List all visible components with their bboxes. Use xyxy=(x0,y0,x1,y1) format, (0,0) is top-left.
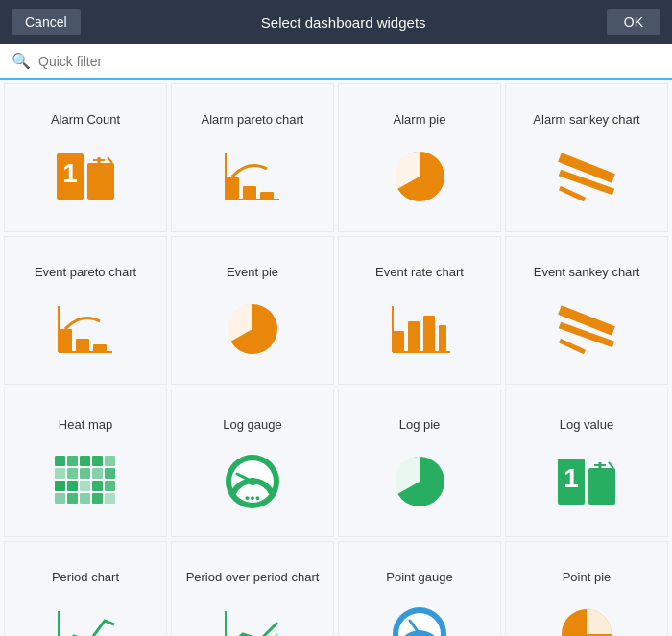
svg-rect-31 xyxy=(80,468,90,479)
widget-cell-log-gauge[interactable]: Log gauge ●●● xyxy=(171,389,334,537)
widget-icon-alarm-pie xyxy=(385,142,454,211)
svg-rect-20 xyxy=(423,316,435,352)
widget-icon-log-gauge: ●●● xyxy=(218,447,287,516)
svg-rect-13 xyxy=(76,339,89,352)
widget-label-point-gauge: Point gauge xyxy=(386,555,452,586)
svg-rect-30 xyxy=(67,468,78,479)
widget-label-heat-map: Heat map xyxy=(59,403,112,434)
widget-icon-alarm-sankey xyxy=(552,142,621,211)
widget-cell-event-sankey[interactable]: Event sankey chart xyxy=(505,236,668,385)
svg-rect-33 xyxy=(105,468,115,479)
svg-rect-52 xyxy=(588,468,615,505)
svg-rect-34 xyxy=(55,481,65,491)
widget-icon-period-over-period xyxy=(218,600,287,636)
widget-cell-point-pie[interactable]: Point pie xyxy=(505,541,668,636)
widget-icon-point-gauge xyxy=(385,600,454,636)
widget-cell-point-gauge[interactable]: Point gauge xyxy=(338,541,501,636)
dialog: Cancel Select dashboard widgets OK 🔍 Ala… xyxy=(0,0,672,636)
widget-label-alarm-sankey: Alarm sankey chart xyxy=(533,98,639,129)
widget-cell-heat-map[interactable]: Heat map xyxy=(4,389,167,537)
widget-cell-log-value[interactable]: Log value 1 xyxy=(505,389,668,537)
svg-rect-29 xyxy=(55,468,65,479)
widget-label-period-chart: Period chart xyxy=(52,555,119,586)
ok-button[interactable]: OK xyxy=(607,9,660,35)
widget-label-event-rate: Event rate chart xyxy=(375,250,464,281)
widget-cell-alarm-sankey[interactable]: Alarm sankey chart xyxy=(505,83,668,232)
svg-rect-18 xyxy=(393,331,404,352)
svg-rect-40 xyxy=(67,493,78,504)
svg-line-55 xyxy=(609,462,613,468)
svg-rect-8 xyxy=(260,192,274,200)
filter-bar: 🔍 xyxy=(0,44,672,80)
svg-rect-32 xyxy=(92,468,103,479)
svg-rect-2 xyxy=(87,163,114,200)
widget-cell-alarm-count[interactable]: Alarm Count 1 xyxy=(4,83,167,232)
svg-rect-39 xyxy=(55,493,65,504)
widget-cell-event-rate[interactable]: Event rate chart xyxy=(338,236,501,385)
widget-cell-event-pie[interactable]: Event pie xyxy=(171,236,334,385)
dialog-header: Cancel Select dashboard widgets OK xyxy=(0,0,672,44)
widget-cell-period-chart[interactable]: Period chart xyxy=(4,541,167,636)
svg-rect-36 xyxy=(80,481,90,491)
widget-icon-point-pie xyxy=(552,600,621,636)
svg-rect-26 xyxy=(80,456,90,466)
widget-grid-container: Alarm Count 1 Alarm pareto chart Alarm p… xyxy=(0,80,672,636)
widget-label-period-over-period: Period over period chart xyxy=(186,555,320,586)
widget-cell-alarm-pareto[interactable]: Alarm pareto chart xyxy=(171,83,334,232)
dialog-title: Select dashboard widgets xyxy=(261,14,426,31)
svg-rect-27 xyxy=(92,456,103,466)
widget-cell-event-pareto[interactable]: Event pareto chart xyxy=(4,236,167,385)
svg-rect-6 xyxy=(226,177,239,200)
widget-icon-event-rate xyxy=(385,294,454,364)
widget-cell-period-over-period[interactable]: Period over period chart xyxy=(171,541,334,636)
svg-rect-24 xyxy=(55,456,65,466)
widget-grid: Alarm Count 1 Alarm pareto chart Alarm p… xyxy=(4,83,668,636)
search-input[interactable] xyxy=(38,54,660,69)
svg-rect-14 xyxy=(93,344,107,352)
svg-rect-19 xyxy=(408,321,420,352)
widget-icon-event-pie xyxy=(218,294,287,364)
widget-cell-alarm-pie[interactable]: Alarm pie xyxy=(338,83,501,232)
widget-icon-heat-map xyxy=(51,447,120,516)
svg-text:1: 1 xyxy=(564,463,579,493)
widget-icon-event-pareto xyxy=(51,294,120,364)
widget-cell-log-pie[interactable]: Log pie xyxy=(338,389,501,537)
cancel-button[interactable]: Cancel xyxy=(12,9,81,35)
widget-label-alarm-pie: Alarm pie xyxy=(394,98,446,129)
svg-rect-42 xyxy=(92,493,103,504)
widget-icon-alarm-count: 1 xyxy=(51,142,120,211)
svg-rect-12 xyxy=(59,329,72,352)
widget-icon-event-sankey xyxy=(552,294,621,364)
widget-label-alarm-count: Alarm Count xyxy=(51,98,120,129)
widget-icon-alarm-pareto xyxy=(218,142,287,211)
widget-label-log-pie: Log pie xyxy=(399,403,441,434)
svg-text:●●●: ●●● xyxy=(245,493,260,503)
svg-rect-41 xyxy=(80,493,90,504)
svg-line-5 xyxy=(108,157,112,163)
svg-rect-37 xyxy=(92,481,103,491)
widget-label-alarm-pareto: Alarm pareto chart xyxy=(202,98,304,129)
widget-icon-period-chart xyxy=(51,600,120,636)
widget-label-event-pareto: Event pareto chart xyxy=(35,250,136,281)
svg-rect-21 xyxy=(439,325,446,352)
svg-text:1: 1 xyxy=(62,158,78,188)
svg-rect-38 xyxy=(105,481,115,491)
widget-label-log-gauge: Log gauge xyxy=(223,403,281,434)
svg-rect-28 xyxy=(105,456,115,466)
svg-rect-35 xyxy=(67,481,78,491)
widget-label-event-sankey: Event sankey chart xyxy=(534,250,640,281)
svg-point-47 xyxy=(249,478,256,485)
search-icon: 🔍 xyxy=(12,52,31,70)
widget-label-log-value: Log value xyxy=(560,403,613,434)
widget-label-event-pie: Event pie xyxy=(227,250,278,281)
svg-rect-7 xyxy=(243,186,256,200)
widget-icon-log-value: 1 xyxy=(552,447,621,516)
svg-rect-43 xyxy=(105,493,115,504)
widget-label-point-pie: Point pie xyxy=(563,555,612,586)
svg-rect-25 xyxy=(67,456,78,466)
widget-icon-log-pie xyxy=(385,447,454,516)
